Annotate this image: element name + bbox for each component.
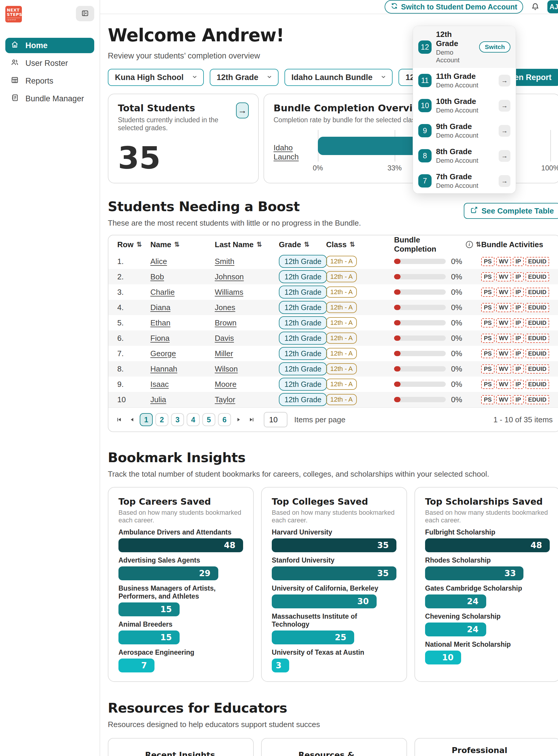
student-first-name-link[interactable]: Alice (150, 257, 167, 266)
student-first-name-link[interactable]: Hannah (150, 364, 177, 373)
student-first-name-link[interactable]: Bob (150, 272, 164, 281)
sort-icon[interactable]: ⇅ (257, 241, 262, 249)
sidebar-item[interactable]: Home (5, 38, 94, 53)
table-header-cell[interactable]: Last Name ⇅ (215, 240, 279, 249)
account-title: 11th Grade (436, 72, 494, 81)
table-header-cell[interactable]: Row ⇅ (117, 240, 150, 249)
activity-badges: PSWVIPEDUID (481, 318, 549, 328)
row-number: 2. (117, 272, 150, 282)
progress-fill (394, 382, 401, 387)
bar: 24 (425, 595, 486, 608)
account-menu-item[interactable]: 10 10th Grade Demo Account → (413, 93, 516, 118)
filter-select[interactable]: 12th Grade (210, 69, 279, 86)
table-header-cell[interactable]: Class ⇅ (326, 240, 394, 249)
bundle-completion-cell: 0% (394, 303, 481, 312)
resource-card[interactable]: Professional Development Discover traini… (414, 738, 558, 756)
sidebar-collapse-button[interactable] (76, 6, 94, 21)
student-first-name-link[interactable]: Diana (150, 303, 171, 312)
account-arrow-button[interactable]: → (499, 150, 510, 162)
bar-value: 29 (199, 569, 211, 578)
page-number-button[interactable]: 4 (187, 413, 200, 426)
account-menu-item[interactable]: 12 12th Grade Demo Account Switch (413, 26, 516, 68)
student-last-name-link[interactable]: Johnson (215, 272, 244, 281)
switch-demo-account-button[interactable]: Switch to Student Demo Account (385, 0, 524, 14)
student-first-name-link[interactable]: Fiona (150, 334, 170, 343)
page-number-button[interactable]: 1 (140, 413, 153, 426)
page-number-button[interactable]: 6 (218, 413, 231, 426)
account-arrow-button[interactable]: → (499, 175, 510, 187)
student-first-name-link[interactable]: George (150, 349, 176, 358)
page-number-button[interactable]: 5 (202, 413, 215, 426)
account-menu-item[interactable]: 9 9th Grade Demo Account → (413, 118, 516, 143)
student-last-name-link[interactable]: Wilson (215, 364, 238, 373)
sidebar-item[interactable]: Bundle Manager (5, 91, 94, 106)
resource-card[interactable]: Recent Insights Stay informed with the n… (108, 738, 254, 756)
student-last-name-link[interactable]: Taylor (215, 395, 235, 404)
progress-track (394, 289, 446, 295)
table-header-cell[interactable]: Grade ⇅ (279, 240, 326, 249)
student-first-name-link[interactable]: Julia (150, 395, 166, 404)
completion-percent: 0% (451, 334, 462, 343)
first-page-button[interactable] (114, 415, 124, 425)
activity-badge: IP (513, 318, 524, 328)
progress-fill (394, 289, 401, 295)
total-students-arrow-button[interactable]: → (236, 102, 249, 119)
filter-select[interactable]: Kuna High School (108, 69, 204, 86)
account-menu-item[interactable]: 7 7th Grade Demo Account → (413, 168, 516, 193)
student-last-name-link[interactable]: Davis (215, 334, 234, 343)
sort-icon[interactable]: ⇅ (174, 241, 180, 249)
x-tick: 33% (387, 164, 402, 172)
resource-card[interactable]: Resources & Curriculum Tools, videos, an… (261, 738, 407, 756)
student-first-name-link[interactable]: Charlie (150, 288, 175, 296)
activity-badge: IP (513, 364, 524, 373)
sort-icon[interactable]: ⇅ (136, 241, 142, 249)
student-last-name-link[interactable]: Jones (215, 303, 235, 312)
grade-chip: 12th Grade (279, 393, 327, 406)
table-header-cell[interactable]: Bundle Completion i ⇅ (394, 235, 481, 254)
resources-title: Resources for Educators (108, 700, 558, 716)
progress-track (394, 305, 446, 310)
avatar[interactable]: AJ (548, 0, 558, 13)
page-number-button[interactable]: 3 (171, 413, 184, 426)
student-last-name-link[interactable]: Brown (215, 318, 237, 327)
notifications-bell-icon[interactable] (531, 2, 540, 11)
switch-chip-button[interactable]: Switch (479, 41, 510, 53)
page-number-button[interactable]: 2 (155, 413, 168, 426)
table-header-cell[interactable]: Name ⇅ (150, 240, 215, 249)
student-last-name-link[interactable]: Moore (215, 380, 237, 389)
activity-badges: PSWVIPEDUID (481, 380, 549, 389)
next-page-button[interactable] (234, 415, 244, 425)
sidebar-item[interactable]: Reports (5, 73, 94, 88)
sort-icon[interactable]: ⇅ (304, 241, 309, 249)
sort-icon[interactable]: ⇅ (350, 241, 355, 249)
previous-page-button[interactable] (127, 415, 137, 425)
student-first-name-link[interactable]: Ethan (150, 318, 171, 327)
table-header-cell[interactable]: Bundle Activities (481, 240, 553, 249)
bar-value: 25 (335, 632, 347, 642)
student-last-name-link[interactable]: Williams (215, 288, 244, 296)
account-menu-item[interactable]: 8 8th Grade Demo Account → (413, 143, 516, 168)
account-title: 10th Grade (436, 97, 494, 106)
account-switcher-menu: 12 12th Grade Demo Account Switch 11 11t… (413, 26, 516, 193)
filter-select[interactable]: Idaho Launch Bundle (284, 69, 393, 86)
see-complete-table-button[interactable]: See Complete Table (464, 203, 558, 219)
account-arrow-button[interactable]: → (499, 75, 510, 86)
topbar: Switch to Student Demo Account AJ (100, 0, 558, 14)
bar-value: 35 (377, 541, 389, 550)
account-arrow-button[interactable]: → (499, 100, 510, 112)
total-students-title: Total Students (118, 102, 236, 114)
student-last-name-link[interactable]: Miller (215, 349, 233, 358)
account-arrow-button[interactable]: → (499, 125, 510, 137)
sidebar-item[interactable]: User Roster (5, 55, 94, 71)
activity-badge: EDUID (526, 272, 549, 282)
account-subtitle: Demo Account (436, 107, 494, 114)
items-per-page-input[interactable] (264, 412, 287, 427)
sort-icon[interactable]: ⇅ (476, 241, 481, 249)
bundle-link[interactable]: Idaho Launch (274, 143, 318, 161)
student-first-name-link[interactable]: Isaac (150, 380, 169, 389)
last-page-button[interactable] (246, 415, 256, 425)
student-last-name-link[interactable]: Smith (215, 257, 234, 266)
account-menu-item[interactable]: 11 11th Grade Demo Account → (413, 68, 516, 93)
bundle-completion-cell: 0% (394, 395, 481, 404)
info-icon[interactable]: i (466, 241, 473, 248)
